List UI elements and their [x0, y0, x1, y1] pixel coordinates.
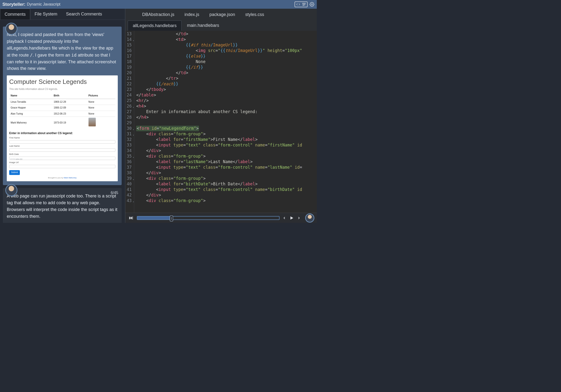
code-line[interactable]: <h4>	[136, 104, 317, 109]
file-tab-alllegends-handlebars[interactable]: allLegends.handlebars	[128, 21, 182, 31]
code-content[interactable]: </td> <td> {{#if this/ImageUrl}} <img sr…	[134, 31, 317, 213]
code-line[interactable]: <div class="form-group">	[136, 176, 317, 181]
code-line[interactable]: <td>	[136, 37, 317, 42]
code-line[interactable]: </td>	[136, 31, 317, 37]
code-line[interactable]: </div>	[136, 192, 317, 198]
code-line[interactable]: <label for="lastName">Last Name</label>	[136, 159, 317, 165]
line-number[interactable]: 43	[127, 198, 131, 203]
code-line[interactable]: <label for="firstName">First Name</label…	[136, 137, 317, 142]
file-tab-package-json[interactable]: package.json	[205, 10, 240, 20]
left-tabs: CommentsFile SystemSearch Comments	[0, 9, 125, 20]
blog-view-icon[interactable]	[302, 2, 306, 6]
line-number[interactable]: 30	[127, 126, 131, 131]
line-number[interactable]: 28	[127, 115, 131, 120]
line-number[interactable]: 34	[127, 148, 131, 153]
file-tabs-row-1: DBAbstraction.jsindex.jspackage.jsonstyl…	[125, 9, 317, 20]
line-number[interactable]: 37	[127, 165, 131, 170]
comments-scroll[interactable]: Next, I copied and pasted the form from …	[0, 20, 125, 223]
code-line[interactable]: <div class="form-group">	[136, 131, 317, 137]
code-line[interactable]: <form id="newLegendForm">	[136, 126, 317, 131]
play-button[interactable]	[289, 216, 294, 220]
code-line[interactable]	[136, 120, 317, 126]
submit-button[interactable]: Submit	[9, 170, 20, 175]
code-line[interactable]: <div class="form-group">	[136, 153, 317, 159]
line-number[interactable]: 42	[127, 192, 131, 198]
code-line[interactable]: {{/each}}	[136, 81, 317, 87]
file-tab-main-handlebars[interactable]: main.handlebars	[182, 21, 224, 31]
comment-card[interactable]: Next, I copied and pasted the form from …	[3, 27, 122, 185]
left-tab-fs[interactable]: File System	[30, 9, 62, 20]
avatar[interactable]	[305, 213, 314, 222]
file-tab-styles-css[interactable]: styles.css	[240, 10, 269, 20]
code-line[interactable]: <input type="text" class="form-control" …	[136, 142, 317, 148]
line-number[interactable]: 19	[127, 64, 131, 70]
prev-button[interactable]	[282, 216, 286, 220]
code-view-icon[interactable]	[296, 2, 300, 6]
input-first[interactable]	[9, 140, 115, 144]
comment-counter: 6/45	[111, 190, 118, 196]
code-line[interactable]: Enter in information about another CS le…	[136, 109, 317, 115]
line-number[interactable]: 13	[127, 31, 131, 37]
line-number[interactable]: 31	[127, 131, 131, 137]
code-line[interactable]: </div>	[136, 170, 317, 176]
line-number[interactable]: 15	[127, 42, 131, 48]
code-line[interactable]: </div>	[136, 148, 317, 153]
code-line[interactable]: {{#if this/ImageUrl}}	[136, 42, 317, 48]
label-image: Image Url	[9, 161, 115, 164]
code-line[interactable]: <input type="text" class="form-control" …	[136, 187, 317, 192]
code-line[interactable]: <img src="{{this/ImageUrl}}" height="100…	[136, 48, 317, 53]
line-number[interactable]: 32	[127, 137, 131, 142]
code-line[interactable]: <input type="text" class="form-control" …	[136, 165, 317, 170]
line-number[interactable]: 27	[127, 109, 131, 115]
view-mode-toggle[interactable]	[294, 1, 308, 7]
skip-forward-button[interactable]	[128, 216, 134, 220]
line-number[interactable]: 35	[127, 153, 131, 159]
avatar[interactable]	[5, 23, 17, 35]
input-birth[interactable]: YYYY-MM-DD	[9, 157, 115, 160]
line-number[interactable]: 38	[127, 170, 131, 176]
file-tab-dbabstraction-js[interactable]: DBAbstraction.js	[137, 10, 179, 20]
line-number[interactable]: 14	[127, 37, 131, 42]
next-button[interactable]	[297, 216, 301, 220]
progress-thumb[interactable]	[170, 216, 173, 221]
embedded-screenshot[interactable]: Computer Science LegendsThis site holds …	[7, 75, 118, 181]
left-tab-comments[interactable]: Comments	[0, 9, 30, 20]
code-line[interactable]: </td>	[136, 70, 317, 76]
code-line[interactable]: <div class="form-group">	[136, 198, 317, 203]
code-editor[interactable]: 1314151617181920212223242526272829303132…	[125, 31, 317, 213]
line-number[interactable]: 29	[127, 120, 131, 126]
line-number[interactable]: 22	[127, 81, 131, 87]
line-number[interactable]: 36	[127, 159, 131, 165]
line-number[interactable]: 41	[127, 187, 131, 192]
code-line[interactable]: {{/if}}	[136, 64, 317, 70]
line-number[interactable]: 25	[127, 98, 131, 104]
line-number[interactable]: 21	[127, 76, 131, 81]
line-number[interactable]: 40	[127, 181, 131, 187]
code-line[interactable]: </tr>	[136, 76, 317, 81]
comment-card[interactable]: 6/45A web page can run javascript code t…	[3, 188, 122, 223]
input-last[interactable]	[9, 148, 115, 152]
svg-point-4	[312, 4, 313, 5]
code-line[interactable]: {{else}}	[136, 53, 317, 59]
progress-bar[interactable]	[137, 216, 280, 220]
line-number[interactable]: 24	[127, 92, 131, 98]
gear-icon[interactable]	[310, 2, 314, 7]
line-number[interactable]: 20	[127, 70, 131, 76]
left-tab-search[interactable]: Search Comments	[62, 9, 106, 20]
file-tab-index-js[interactable]: index.js	[180, 10, 204, 20]
code-line[interactable]: </h4>	[136, 115, 317, 120]
line-number[interactable]: 17	[127, 53, 131, 59]
line-number[interactable]: 39	[127, 176, 131, 181]
avatar[interactable]	[5, 184, 17, 196]
code-line[interactable]: </table>	[136, 92, 317, 98]
line-number[interactable]: 16	[127, 48, 131, 53]
code-line[interactable]: <label for="birthDate">Birth Date</label…	[136, 181, 317, 187]
code-line[interactable]: </tbody>	[136, 87, 317, 92]
code-line[interactable]: <hr/>	[136, 98, 317, 104]
line-number[interactable]: 33	[127, 142, 131, 148]
line-number[interactable]: 23	[127, 87, 131, 92]
line-number[interactable]: 18	[127, 59, 131, 64]
line-number[interactable]: 26	[127, 104, 131, 109]
code-line[interactable]: None	[136, 59, 317, 64]
input-image[interactable]	[9, 165, 115, 168]
